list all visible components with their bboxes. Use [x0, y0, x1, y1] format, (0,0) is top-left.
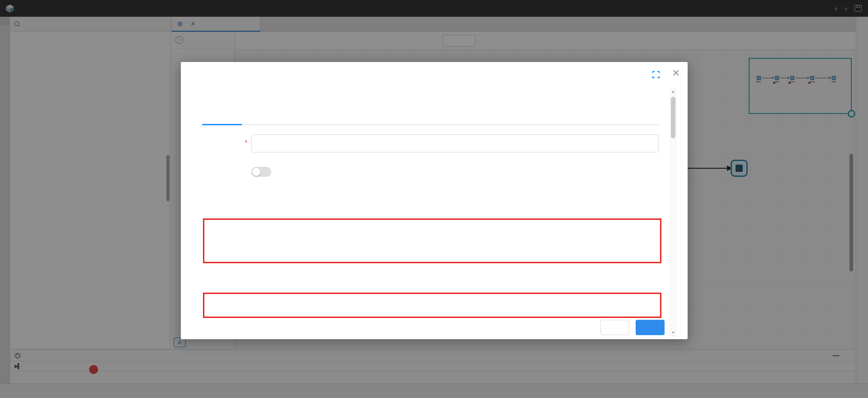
scroll-thumb[interactable]: [671, 97, 675, 138]
close-button[interactable]: [600, 320, 629, 335]
ok-button[interactable]: [636, 320, 665, 335]
fullscreen-icon[interactable]: [652, 71, 660, 78]
dialog-scrollbar[interactable]: ▲ ▼: [670, 88, 676, 336]
scroll-up-icon[interactable]: ▲: [670, 89, 676, 95]
properties-dialog: ✕ * ▲ ▼: [181, 62, 688, 339]
tab-divider: [202, 124, 659, 125]
display-name-label: *: [199, 139, 249, 146]
display-name-input[interactable]: [251, 134, 659, 152]
access-permission-toggle[interactable]: [251, 167, 271, 177]
scroll-down-icon[interactable]: ▼: [670, 330, 676, 336]
close-icon[interactable]: ✕: [672, 67, 680, 79]
